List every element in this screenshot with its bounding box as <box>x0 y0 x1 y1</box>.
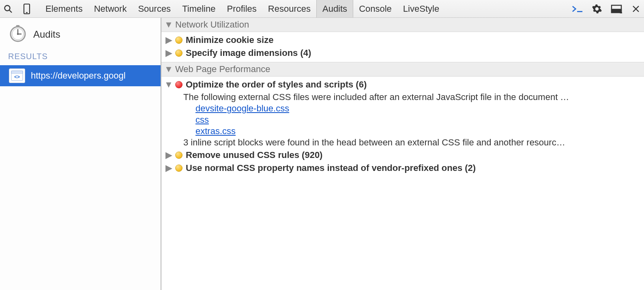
svg-text:<>: <> <box>14 74 20 80</box>
svg-point-15 <box>17 33 19 35</box>
section-title: Network Utilization <box>175 19 249 30</box>
sidebar-result-item[interactable]: <> https://developers.googl <box>0 65 161 86</box>
tab-label: Network <box>94 4 127 14</box>
audit-rule[interactable]: ▶ Specify image dimensions (4) <box>161 47 644 60</box>
tab-network[interactable]: Network <box>88 0 133 17</box>
tab-timeline[interactable]: Timeline <box>176 0 221 17</box>
device-mode-icon[interactable] <box>21 3 32 15</box>
tab-console[interactable]: Console <box>353 0 397 17</box>
page-thumb-icon: <> <box>9 68 25 83</box>
section-header-web-page-performance[interactable]: ▼ Web Page Performance <box>161 62 644 77</box>
tab-label: LiveStyle <box>403 4 439 14</box>
tab-label: Profiles <box>227 4 256 14</box>
severity-warn-icon <box>175 164 182 172</box>
tab-resources[interactable]: Resources <box>262 0 316 17</box>
section-body-network-utilization: ▶ Minimize cookie size ▶ Specify image d… <box>161 32 644 62</box>
gear-icon[interactable] <box>591 3 603 15</box>
stopwatch-icon <box>8 23 28 45</box>
audit-rule[interactable]: ▼ Optimize the order of styles and scrip… <box>161 78 644 91</box>
svg-rect-17 <box>11 71 23 73</box>
detail-text: 3 inline script blocks were found in the… <box>183 136 644 149</box>
chevron-right-icon: ▶ <box>165 35 172 45</box>
tab-elements[interactable]: Elements <box>40 0 88 17</box>
audit-rule[interactable]: ▶ Use normal CSS property names instead … <box>161 162 644 175</box>
severity-warn-icon <box>175 36 182 44</box>
search-icon[interactable] <box>2 3 14 15</box>
chevron-right-icon: ▶ <box>165 150 172 160</box>
severity-warn-icon <box>175 49 182 57</box>
tab-livestyle[interactable]: LiveStyle <box>397 0 445 17</box>
detail-link-list: devsite-google-blue.css css extras.css <box>183 103 644 136</box>
severity-error-icon <box>175 81 182 88</box>
chevron-down-icon: ▼ <box>165 64 172 75</box>
section-title: Web Page Performance <box>175 64 270 75</box>
detail-text: The following external CSS files were in… <box>183 91 644 103</box>
sidebar-header[interactable]: Audits <box>0 18 161 48</box>
close-icon[interactable] <box>630 3 642 15</box>
tab-audits[interactable]: Audits <box>316 0 353 17</box>
show-console-icon[interactable] <box>572 3 583 15</box>
sidebar-item-label: https://developers.googl <box>31 70 126 81</box>
svg-rect-12 <box>16 25 19 27</box>
tab-label: Resources <box>268 4 311 14</box>
chevron-right-icon: ▶ <box>165 163 172 173</box>
rule-details: The following external CSS files were in… <box>161 91 644 149</box>
tab-sources[interactable]: Sources <box>132 0 176 17</box>
toolbar-left <box>2 0 40 17</box>
severity-warn-icon <box>175 151 182 159</box>
chevron-down-icon: ▼ <box>165 19 172 30</box>
rule-title: Optimize the order of styles and scripts… <box>186 79 367 90</box>
tab-label: Audits <box>322 4 347 14</box>
sidebar: Audits RESULTS <> https://developers.goo… <box>0 18 161 290</box>
svg-line-1 <box>9 10 12 13</box>
section-body-web-page-performance: ▼ Optimize the order of styles and scrip… <box>161 77 644 177</box>
audit-rule[interactable]: ▶ Remove unused CSS rules (920) <box>161 149 644 162</box>
main: ▼ Network Utilization ▶ Minimize cookie … <box>161 18 644 290</box>
toolbar-right <box>568 0 642 17</box>
dock-icon[interactable] <box>611 3 622 15</box>
tab-label: Sources <box>138 4 171 14</box>
chevron-down-icon: ▼ <box>165 79 172 90</box>
tab-label: Timeline <box>182 4 215 14</box>
toolbar: Elements Network Sources Timeline Profil… <box>0 0 644 18</box>
css-file-link[interactable]: devsite-google-blue.css <box>195 103 644 114</box>
rule-title: Remove unused CSS rules (920) <box>186 150 322 160</box>
devtools-root: Elements Network Sources Timeline Profil… <box>0 0 644 290</box>
rule-title: Use normal CSS property names instead of… <box>186 163 476 173</box>
rule-title: Specify image dimensions (4) <box>186 48 311 58</box>
sidebar-section-label: RESULTS <box>0 48 161 65</box>
rule-title: Minimize cookie size <box>186 35 273 45</box>
css-file-link[interactable]: css <box>195 115 644 125</box>
tab-label: Console <box>359 4 392 14</box>
sidebar-title: Audits <box>33 29 60 40</box>
body: Audits RESULTS <> https://developers.goo… <box>0 18 644 290</box>
svg-rect-6 <box>612 9 621 13</box>
chevron-right-icon: ▶ <box>165 48 172 58</box>
svg-point-0 <box>5 5 10 11</box>
toolbar-tabs: Elements Network Sources Timeline Profil… <box>40 0 568 17</box>
section-header-network-utilization[interactable]: ▼ Network Utilization <box>161 18 644 32</box>
audit-rule[interactable]: ▶ Minimize cookie size <box>161 34 644 47</box>
tab-label: Elements <box>45 4 83 14</box>
css-file-link[interactable]: extras.css <box>195 126 644 136</box>
tab-profiles[interactable]: Profiles <box>221 0 262 17</box>
